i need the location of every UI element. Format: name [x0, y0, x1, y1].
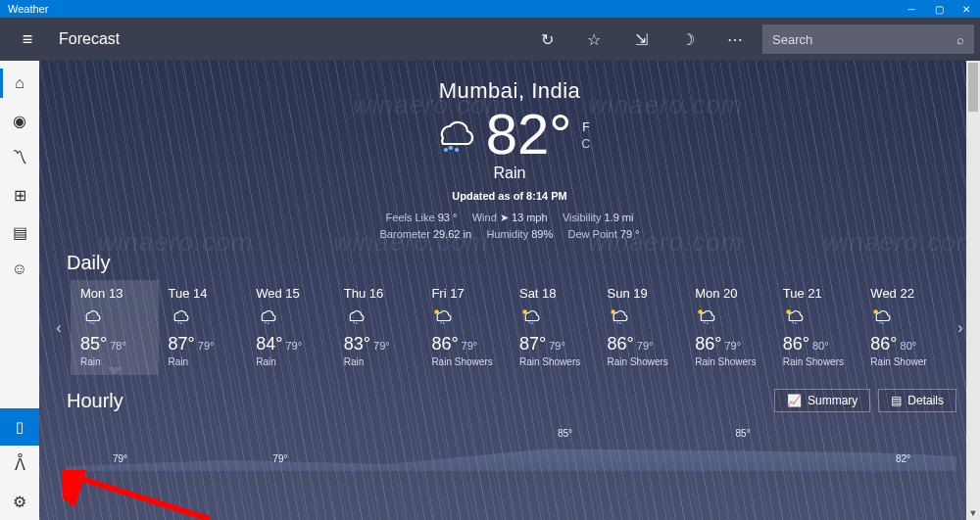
daily-low: 79°	[637, 340, 654, 352]
daily-high: 86°	[870, 334, 897, 354]
daily-card[interactable]: Wed 2286°80°Rain Shower	[860, 280, 949, 375]
svg-point-13	[435, 309, 440, 314]
list-icon: ▤	[891, 394, 902, 407]
sidebar-item-feedback[interactable]: ☺	[0, 251, 39, 288]
daily-card[interactable]: Sat 1887°79°Rain Showers	[510, 280, 598, 375]
search-input[interactable]: Search ⌕	[762, 24, 974, 54]
refresh-button[interactable]: ↻	[527, 24, 566, 55]
button-label: Summary	[808, 394, 858, 407]
window-minimize-button[interactable]: ─	[898, 0, 925, 18]
favorite-button[interactable]: ☆	[574, 24, 613, 55]
sidebar-item-account[interactable]: ᐰ	[0, 446, 39, 483]
unit-fahrenheit[interactable]: F	[582, 119, 591, 136]
svg-point-3	[89, 321, 91, 323]
current-condition: Rain	[39, 165, 980, 182]
pin-button[interactable]: ⇲	[621, 24, 661, 55]
daily-card[interactable]: Tue 1487°79°Rain	[159, 280, 247, 375]
svg-point-22	[699, 309, 704, 314]
window-close-button[interactable]: ✕	[953, 0, 980, 18]
daily-next-button[interactable]: ›	[949, 280, 972, 375]
svg-point-21	[707, 322, 709, 324]
news-icon: ▤	[13, 223, 27, 242]
svg-point-9	[353, 321, 355, 323]
home-icon: ⌂	[15, 74, 24, 92]
daily-condition: Rain Showers	[608, 356, 680, 367]
stat-value: 93 °	[438, 212, 458, 223]
daily-prev-button[interactable]: ‹	[47, 280, 71, 375]
daily-condition: Rain	[256, 356, 328, 367]
sidebar-item-historical[interactable]: 〽	[0, 139, 39, 176]
svg-point-18	[618, 322, 620, 324]
window-maximize-button[interactable]: ▢	[925, 0, 953, 18]
svg-point-4	[92, 322, 94, 324]
hourly-section-title: Hourly	[67, 390, 123, 412]
location-icon: ⊞	[14, 186, 26, 205]
mobile-icon: ▯	[16, 418, 24, 436]
daily-card[interactable]: Mon 2086°79°Rain Showers	[685, 280, 773, 375]
daily-high: 87°	[169, 334, 195, 354]
unit-celsius[interactable]: C	[582, 136, 591, 153]
stat-label: Humidity	[486, 228, 528, 240]
svg-point-14	[528, 321, 530, 323]
daily-high: 86°	[431, 334, 458, 354]
svg-point-8	[268, 322, 270, 324]
svg-point-16	[522, 309, 527, 314]
daily-high: 86°	[783, 334, 809, 354]
daily-card[interactable]: Fri 1786°79°Rain Showers	[421, 280, 510, 375]
sidebar-item-news[interactable]: ▤	[0, 213, 39, 251]
svg-point-19	[611, 309, 615, 314]
daily-card[interactable]: Mon 1385°78°Rain	[71, 280, 159, 375]
sidebar-item-mobile[interactable]: ▯	[0, 408, 39, 446]
pin-icon: ⇲	[635, 30, 648, 49]
daily-weather-icon	[608, 305, 680, 328]
updated-time: Updated as of 8:14 PM	[39, 190, 980, 202]
daily-high: 87°	[519, 334, 546, 354]
daily-high: 86°	[608, 334, 634, 354]
sidebar-item-maps[interactable]: ◉	[0, 102, 39, 139]
current-stats: Feels Like 93 ° Wind ➤ 13 mph Visibility…	[39, 210, 980, 242]
star-icon: ☆	[587, 30, 601, 49]
daily-section-title: Daily	[39, 242, 980, 280]
daily-date: Mon 20	[695, 286, 767, 301]
scrollbar-thumb[interactable]	[968, 63, 978, 112]
daily-high: 86°	[695, 334, 721, 354]
stat-label: Barometer	[380, 228, 430, 240]
daily-date: Wed 22	[870, 286, 943, 301]
chart-line-icon: 📈	[787, 394, 802, 407]
svg-point-15	[531, 322, 533, 324]
svg-point-0	[449, 146, 453, 150]
radar-icon: ◉	[13, 112, 26, 130]
more-button[interactable]: ⋯	[715, 24, 755, 55]
daily-condition: Rain Showers	[783, 356, 856, 367]
sidebar-item-settings[interactable]: ⚙	[0, 483, 39, 520]
hourly-details-button[interactable]: ▤Details	[878, 389, 956, 412]
theme-button[interactable]: ☽	[668, 24, 708, 55]
daily-forecast: ‹ Mon 1385°78°RainTue 1487°79°RainWed 15…	[39, 280, 980, 375]
hamburger-menu-button[interactable]: ≡	[23, 29, 33, 50]
stat-value: 79 °	[620, 228, 640, 240]
sidebar-item-forecast[interactable]: ⌂	[0, 65, 39, 102]
window-titlebar: Weather ─ ▢ ✕	[0, 0, 980, 18]
smile-icon: ☺	[12, 260, 27, 278]
stat-label: Feels Like	[386, 212, 435, 223]
moon-icon: ☽	[681, 30, 695, 49]
daily-card[interactable]: Tue 2186°80°Rain Showers	[773, 280, 861, 375]
svg-point-11	[441, 321, 443, 323]
daily-date: Fri 17	[431, 286, 504, 301]
daily-weather-icon	[870, 305, 943, 328]
daily-card[interactable]: Wed 1584°79°Rain	[246, 280, 334, 375]
daily-card[interactable]: Thu 1683°79°Rain	[334, 280, 422, 375]
daily-card[interactable]: Sun 1986°79°Rain Showers	[598, 280, 686, 375]
stat-label: Visibility	[563, 212, 602, 223]
svg-point-17	[616, 321, 618, 323]
daily-high: 85°	[80, 334, 107, 354]
hourly-summary-button[interactable]: 📈Summary	[774, 389, 870, 412]
refresh-icon: ↻	[541, 30, 554, 49]
daily-high: 84°	[256, 334, 282, 354]
svg-point-20	[704, 321, 706, 323]
daily-condition: Rain	[344, 356, 416, 367]
daily-weather-icon	[431, 305, 504, 328]
svg-point-6	[179, 322, 181, 324]
daily-low: 80°	[901, 340, 917, 352]
sidebar-item-favorites[interactable]: ⊞	[0, 176, 39, 213]
